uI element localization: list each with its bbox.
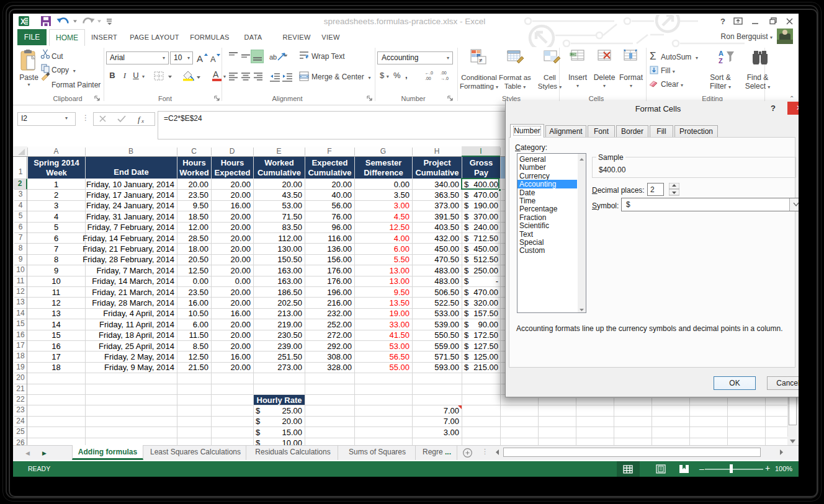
svg-text:x: x: [141, 118, 144, 124]
svg-text:←.0: ←.0: [425, 71, 433, 75]
svg-text:.00: .00: [441, 71, 447, 75]
svg-text:A: A: [210, 55, 216, 64]
svg-text:X: X: [20, 17, 25, 26]
svg-text:ab: ab: [269, 53, 277, 61]
svg-text:.00: .00: [425, 76, 431, 81]
svg-text:≠: ≠: [479, 57, 483, 64]
svg-text:Z: Z: [719, 57, 723, 64]
svg-text:A: A: [197, 53, 203, 64]
svg-text:A: A: [719, 50, 723, 57]
svg-text:?: ?: [720, 17, 725, 26]
svg-text:→.0: →.0: [441, 76, 449, 81]
